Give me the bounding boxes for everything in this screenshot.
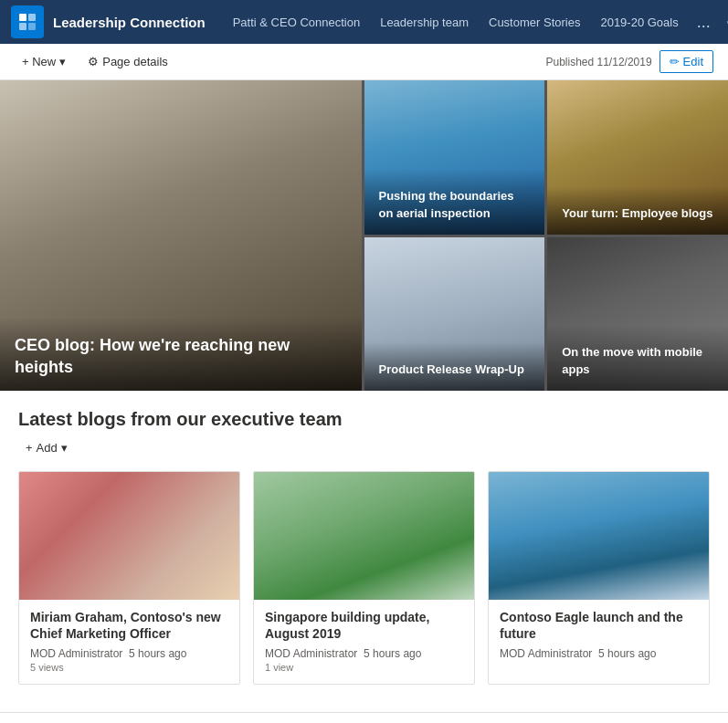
blogs-section-title: Latest blogs from our executive team [18, 409, 710, 430]
blog-card-title-miriam: Miriam Graham, Contoso's new Chief Marke… [30, 609, 228, 642]
hero-item-mobile-apps[interactable]: On the move with mobile apps [547, 237, 728, 392]
hero-label-aerial: Pushing the boundaries on aerial inspect… [379, 189, 514, 220]
hero-item-product-release[interactable]: Product Release Wrap-Up [364, 237, 545, 392]
hero-item-aerial[interactable]: Pushing the boundaries on aerial inspect… [364, 80, 545, 235]
hero-label-product-release: Product Release Wrap-Up [379, 362, 524, 376]
add-button[interactable]: + Add ▾ [18, 437, 710, 458]
blog-card-meta-singapore: MOD Administrator 5 hours ago [265, 647, 463, 660]
blog-card-title-eagle: Contoso Eagle launch and the future [500, 609, 698, 642]
hero-label-ceo: CEO blog: How we're reaching new heights [15, 336, 290, 375]
hero-item-employee-blogs[interactable]: Your turn: Employee blogs [547, 80, 728, 235]
top-navigation: Leadership Connection Patti & CEO Connec… [0, 0, 728, 44]
hero-item-ceo[interactable]: CEO blog: How we're reaching new heights [0, 80, 362, 391]
nav-actions: ✏ Edit ★ Following ↗ Share site [718, 11, 728, 34]
nav-link-patti[interactable]: Patti & CEO Connection [224, 10, 369, 35]
nav-edit-button[interactable]: ✏ Edit [718, 11, 728, 34]
hero-grid: CEO blog: How we're reaching new heights… [0, 80, 728, 391]
blog-card-meta-miriam: MOD Administrator 5 hours ago [30, 647, 228, 660]
published-status: Published 11/12/2019 [545, 56, 651, 68]
hero-label-mobile-apps: On the move with mobile apps [562, 345, 702, 376]
blog-card-image-eagle [489, 472, 709, 600]
blog-card-miriam[interactable]: Miriam Graham, Contoso's new Chief Marke… [18, 471, 240, 685]
svg-rect-1 [28, 14, 36, 21]
svg-rect-2 [19, 23, 26, 30]
blog-cards-grid: Miriam Graham, Contoso's new Chief Marke… [18, 471, 710, 685]
svg-rect-3 [28, 23, 36, 30]
site-title: Leadership Connection [53, 15, 206, 30]
chevron-down-icon: ▾ [59, 55, 66, 68]
blog-card-singapore[interactable]: Singapore building update, August 2019 M… [253, 471, 475, 685]
blog-card-title-singapore: Singapore building update, August 2019 [265, 609, 463, 642]
blog-card-meta-eagle: MOD Administrator 5 hours ago [500, 647, 698, 660]
sub-toolbar: + New ▾ ⚙ Page details Published 11/12/2… [0, 44, 728, 80]
blog-card-views-miriam: 5 views [30, 662, 228, 673]
page-details-button[interactable]: ⚙ Page details [80, 51, 175, 72]
hero-label-employee-blogs: Your turn: Employee blogs [562, 206, 712, 220]
site-logo[interactable] [11, 5, 44, 38]
nav-link-customer[interactable]: Customer Stories [480, 10, 589, 35]
edit-page-button[interactable]: ✏ Edit [659, 50, 713, 73]
info-icon: ⚙ [88, 55, 99, 68]
svg-rect-0 [19, 14, 26, 21]
blog-card-views-singapore: 1 view [265, 662, 463, 673]
chevron-down-icon: ▾ [61, 441, 68, 455]
nav-links: Patti & CEO Connection Leadership team C… [224, 10, 718, 35]
nav-more-button[interactable]: ... [690, 13, 718, 32]
new-button[interactable]: + New ▾ [15, 51, 73, 72]
bottom-section: Monthly Q&As Each month all employees ar… [0, 712, 728, 723]
plus-icon: + [26, 441, 33, 455]
blog-card-image-singapore [254, 472, 474, 600]
blog-card-image-miriam [19, 472, 239, 600]
nav-link-goals[interactable]: 2019-20 Goals [591, 10, 687, 35]
edit-pencil-icon: ✏ [670, 55, 680, 68]
nav-link-leadership[interactable]: Leadership team [371, 10, 478, 35]
blog-card-eagle[interactable]: Contoso Eagle launch and the future MOD … [488, 471, 710, 685]
content-area: Latest blogs from our executive team + A… [0, 391, 728, 712]
